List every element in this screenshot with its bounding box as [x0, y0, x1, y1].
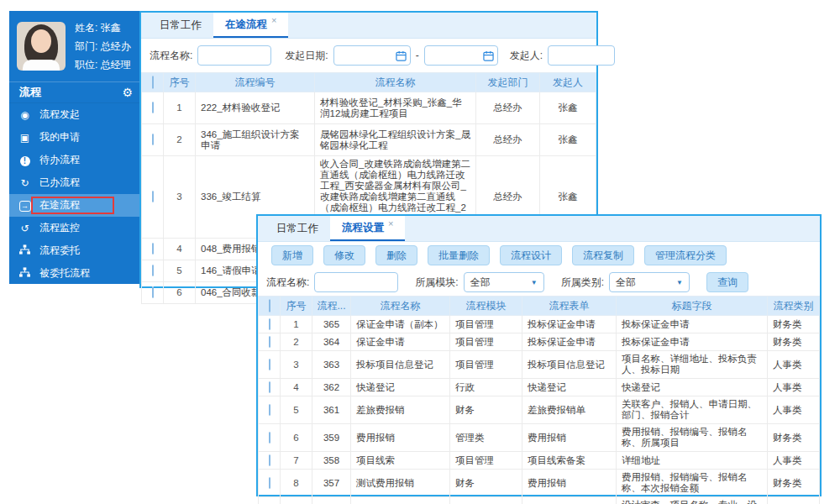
initiator-input[interactable]: [548, 45, 615, 66]
cell-form: 项目线索备案: [522, 452, 617, 470]
cell-no: 5: [164, 260, 196, 282]
column-header: 流程类别: [768, 297, 820, 316]
tab-label: 流程设置: [342, 221, 384, 235]
toolbar-button-2[interactable]: 删除: [375, 245, 417, 265]
cell-code: 222_材料验收登记: [196, 92, 315, 124]
tab-1[interactable]: 流程设置×: [330, 216, 405, 241]
toolbar-button-5[interactable]: 流程复制: [572, 245, 634, 265]
cell-form: 设计审查: [522, 497, 617, 504]
toolbar-button-1[interactable]: 修改: [323, 245, 365, 265]
tab-1[interactable]: 在途流程×: [213, 13, 288, 38]
sidebar-item-2[interactable]: !待办流程: [9, 149, 141, 171]
cell-form: 投标保证金申请: [522, 316, 617, 333]
cell-name: 测试费用报销: [351, 470, 450, 497]
row-checkbox[interactable]: [269, 381, 270, 393]
module-select[interactable]: 全部 ▼: [464, 272, 544, 292]
flow-settings-table: 序号流程...流程名称流程模块流程表单标题字段流程类别1365保证金申请（副本）…: [258, 296, 820, 504]
cell-name: 保证金申请: [351, 333, 450, 351]
row-checkbox[interactable]: [152, 243, 154, 255]
calendar-icon[interactable]: [396, 50, 407, 61]
row-checkbox[interactable]: [152, 191, 154, 202]
avatar: [17, 22, 66, 71]
table-row[interactable]: 1365保证金申请（副本）项目管理投标保证金申请投标保证金申请财务类: [259, 316, 820, 333]
table-row[interactable]: 4362快递登记行政快递登记快递登记人事类: [259, 379, 820, 396]
sidebar-item-1[interactable]: ▣我的申请: [9, 126, 141, 149]
sidebar-item-5[interactable]: ↺流程监控: [9, 217, 141, 239]
table-row[interactable]: 5361差旅费报销财务差旅费报销单关联客户、报销人、申请日期、部门、报销合计人事…: [259, 396, 820, 424]
sidebar-item-0[interactable]: ◉流程发起: [9, 103, 141, 126]
sidebar-item-3[interactable]: ↻已办流程: [9, 171, 141, 194]
cell-title_field: 设计审查、项目名称、专业、设计人、制单日期: [617, 497, 768, 504]
cell-category: 人事类: [768, 497, 820, 504]
gear-icon[interactable]: ⚙: [122, 86, 133, 99]
start-date-label: 发起日期:: [285, 49, 328, 63]
cell-name: 投标项目信息登记: [351, 351, 450, 379]
cell-title_field: 详细地址: [617, 452, 768, 470]
module-select-value: 全部: [470, 276, 491, 290]
cell-person: 张鑫: [540, 92, 596, 124]
column-header: 发起部门: [476, 73, 540, 92]
row-checkbox[interactable]: [269, 454, 270, 466]
table-row[interactable]: 7358项目线索项目管理项目线索备案详细地址人事类: [259, 452, 820, 470]
category-select[interactable]: 全部 ▼: [609, 272, 690, 292]
org-chart-icon: [18, 267, 31, 280]
cell-dept: 总经办: [476, 92, 540, 124]
toolbar-button-4[interactable]: 流程设计: [500, 245, 562, 265]
table-row[interactable]: 8357测试费用报销财务费用报销费用报销、报销编号、报销名称、本次报销金额财务类: [259, 470, 820, 497]
select-all-checkbox[interactable]: [269, 299, 270, 312]
cell-no: 7: [281, 452, 312, 470]
toolbar-button-0[interactable]: 新增: [271, 245, 313, 265]
close-icon[interactable]: ×: [388, 218, 393, 228]
sidebar-item-6[interactable]: 流程委托: [9, 239, 141, 262]
row-checkbox[interactable]: [152, 102, 154, 113]
tab-label: 日常工作: [160, 18, 202, 33]
flow-name-label: 流程名称:: [266, 276, 309, 290]
table-row[interactable]: 6359费用报销管理类费用报销费用报销、报销编号、报销名称、所属项目财务类: [259, 424, 820, 452]
row-checkbox[interactable]: [152, 286, 154, 298]
row-checkbox[interactable]: [269, 404, 270, 416]
column-header: 流程表单: [522, 297, 617, 316]
column-header: 序号: [164, 73, 196, 92]
row-checkbox[interactable]: [269, 318, 270, 330]
table-row[interactable]: 2346_施工组织设计方案申请晟铭园林绿化工程组织设计方案_晟铭园林绿化工程总经…: [142, 124, 596, 156]
row-checkbox[interactable]: [269, 477, 270, 489]
sidebar-item-4[interactable]: →在途流程: [9, 194, 141, 217]
column-header: 序号: [281, 297, 312, 316]
cell-no: 2: [164, 124, 196, 156]
cell-module: 财务: [450, 470, 522, 497]
cell-no: 9: [281, 497, 312, 504]
row-checkbox[interactable]: [269, 336, 270, 348]
table-row[interactable]: 3363投标项目信息登记项目管理投标项目信息登记项目名称、详细地址、投标负责人、…: [259, 351, 820, 379]
table-row[interactable]: 1222_材料验收登记材料验收登记_材料采购_张鑫_华润12城房建工程项目总经办…: [142, 92, 596, 124]
in-progress-icon: →: [18, 199, 31, 212]
calendar-icon[interactable]: [483, 50, 494, 61]
cell-no: 4: [281, 379, 312, 396]
flow-name-input[interactable]: [197, 45, 271, 66]
history-icon: ↻: [18, 177, 31, 189]
toolbar-button-3[interactable]: 批量删除: [428, 245, 490, 265]
panel1-tabbar: 日常工作在途流程×: [141, 13, 596, 39]
cell-no: 5: [281, 396, 312, 424]
select-all-checkbox[interactable]: [152, 76, 154, 89]
panel-flow-settings: 日常工作流程设置× 新增修改删除批量删除流程设计流程复制管理流程分类 流程名称:…: [256, 214, 822, 496]
table-row[interactable]: 2364保证金申请项目管理投标保证金申请投标保证金申请财务类: [259, 333, 820, 351]
row-checkbox[interactable]: [269, 432, 270, 444]
row-checkbox[interactable]: [269, 359, 270, 370]
table-row[interactable]: 9356设计审查项目管理设计审查设计审查、项目名称、专业、设计人、制单日期人事类: [259, 497, 820, 504]
tab-0[interactable]: 日常工作: [148, 13, 213, 38]
alert-icon: !: [18, 155, 31, 166]
module-label: 所属模块:: [415, 276, 458, 290]
sidebar-item-7[interactable]: 被委托流程: [9, 262, 141, 285]
cell-module: 项目管理: [450, 333, 522, 351]
tab-0[interactable]: 日常工作: [265, 216, 330, 241]
flow-name-input[interactable]: [314, 272, 398, 292]
profile-title: 职位: 总经理: [75, 55, 131, 74]
cell-code: 365: [312, 316, 351, 333]
toolbar-button-6[interactable]: 管理流程分类: [644, 245, 727, 265]
close-icon[interactable]: ×: [271, 15, 276, 25]
row-checkbox[interactable]: [152, 134, 154, 145]
cell-title_field: 投标保证金申请: [617, 333, 768, 351]
date-range-separator: -: [416, 50, 419, 61]
query-button[interactable]: 查询: [706, 272, 748, 292]
row-checkbox[interactable]: [152, 265, 154, 276]
